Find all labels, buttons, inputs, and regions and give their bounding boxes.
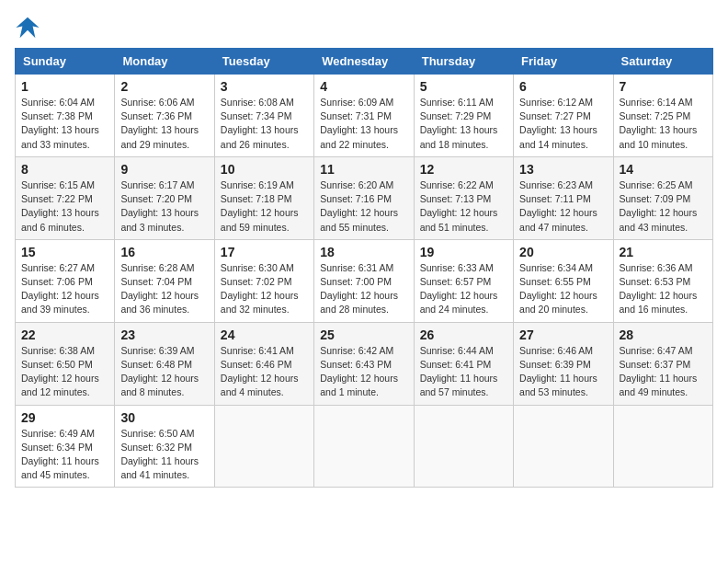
day-info: Sunrise: 6:06 AMSunset: 7:36 PMDaylight:…: [120, 97, 199, 150]
day-number: 16: [120, 245, 208, 259]
day-number: 6: [519, 79, 607, 94]
day-info: Sunrise: 6:14 AMSunset: 7:25 PMDaylight:…: [620, 97, 698, 150]
day-number: 23: [120, 327, 208, 342]
calendar-cell: 10 Sunrise: 6:19 AMSunset: 7:18 PMDaylig…: [214, 156, 313, 239]
calendar-cell: [214, 405, 313, 488]
day-info: Sunrise: 6:46 AMSunset: 6:39 PMDaylight:…: [519, 345, 597, 398]
day-info: Sunrise: 6:31 AMSunset: 7:00 PMDaylight:…: [320, 262, 398, 316]
calendar-cell: 25 Sunrise: 6:42 AMSunset: 6:43 PMDaylig…: [314, 322, 414, 405]
weekday-header-monday: Monday: [115, 49, 214, 75]
day-number: 28: [620, 327, 707, 342]
day-info: Sunrise: 6:44 AMSunset: 6:41 PMDaylight:…: [420, 345, 498, 398]
day-number: 17: [221, 245, 308, 259]
day-info: Sunrise: 6:28 AMSunset: 7:04 PMDaylight:…: [120, 262, 199, 316]
calendar-cell: 26 Sunrise: 6:44 AMSunset: 6:41 PMDaylig…: [414, 322, 513, 405]
day-info: Sunrise: 6:15 AMSunset: 7:22 PMDaylight:…: [21, 179, 99, 233]
calendar-cell: 7 Sunrise: 6:14 AMSunset: 7:25 PMDayligh…: [613, 75, 712, 157]
week-row-4: 22 Sunrise: 6:38 AMSunset: 6:50 PMDaylig…: [16, 322, 713, 405]
calendar-cell: 19 Sunrise: 6:33 AMSunset: 6:57 PMDaylig…: [414, 239, 513, 322]
day-number: 24: [221, 327, 308, 342]
day-number: 9: [120, 162, 208, 177]
day-info: Sunrise: 6:20 AMSunset: 7:16 PMDaylight:…: [320, 179, 398, 233]
day-info: Sunrise: 6:25 AMSunset: 7:09 PMDaylight:…: [620, 179, 698, 233]
day-number: 26: [420, 327, 507, 342]
calendar-cell: [514, 405, 613, 488]
day-number: 29: [21, 410, 108, 425]
week-row-1: 1 Sunrise: 6:04 AMSunset: 7:38 PMDayligh…: [16, 75, 713, 157]
page-header: [15, 15, 713, 40]
calendar-cell: [414, 405, 513, 488]
calendar-cell: 1 Sunrise: 6:04 AMSunset: 7:38 PMDayligh…: [16, 75, 115, 157]
calendar-cell: 17 Sunrise: 6:30 AMSunset: 7:02 PMDaylig…: [214, 239, 313, 322]
day-number: 5: [420, 79, 507, 94]
calendar-cell: 28 Sunrise: 6:47 AMSunset: 6:37 PMDaylig…: [613, 322, 712, 405]
day-number: 18: [320, 245, 407, 259]
day-number: 15: [21, 245, 108, 259]
calendar-cell: 4 Sunrise: 6:09 AMSunset: 7:31 PMDayligh…: [314, 75, 414, 157]
calendar-cell: 30 Sunrise: 6:50 AMSunset: 6:32 PMDaylig…: [115, 405, 214, 488]
calendar-cell: 11 Sunrise: 6:20 AMSunset: 7:16 PMDaylig…: [314, 156, 414, 239]
calendar-cell: 23 Sunrise: 6:39 AMSunset: 6:48 PMDaylig…: [115, 322, 214, 405]
calendar-cell: 20 Sunrise: 6:34 AMSunset: 6:55 PMDaylig…: [514, 239, 613, 322]
day-number: 25: [320, 327, 407, 342]
calendar-cell: 6 Sunrise: 6:12 AMSunset: 7:27 PMDayligh…: [514, 75, 613, 157]
day-info: Sunrise: 6:47 AMSunset: 6:37 PMDaylight:…: [620, 345, 698, 398]
calendar-cell: 12 Sunrise: 6:22 AMSunset: 7:13 PMDaylig…: [414, 156, 513, 239]
day-info: Sunrise: 6:23 AMSunset: 7:11 PMDaylight:…: [519, 179, 597, 233]
day-number: 7: [620, 79, 707, 94]
weekday-header-friday: Friday: [514, 49, 613, 75]
day-info: Sunrise: 6:34 AMSunset: 6:55 PMDaylight:…: [519, 262, 597, 316]
logo: [15, 15, 44, 40]
calendar-table: SundayMondayTuesdayWednesdayThursdayFrid…: [15, 48, 713, 488]
day-number: 19: [420, 245, 507, 259]
logo-bird-icon: [15, 15, 40, 40]
day-info: Sunrise: 6:50 AMSunset: 6:32 PMDaylight:…: [120, 428, 199, 481]
day-number: 20: [519, 245, 607, 259]
week-row-5: 29 Sunrise: 6:49 AMSunset: 6:34 PMDaylig…: [16, 405, 713, 488]
weekday-header-row: SundayMondayTuesdayWednesdayThursdayFrid…: [16, 49, 713, 75]
calendar-cell: 27 Sunrise: 6:46 AMSunset: 6:39 PMDaylig…: [514, 322, 613, 405]
day-info: Sunrise: 6:04 AMSunset: 7:38 PMDaylight:…: [21, 97, 99, 150]
week-row-2: 8 Sunrise: 6:15 AMSunset: 7:22 PMDayligh…: [16, 156, 713, 239]
day-info: Sunrise: 6:09 AMSunset: 7:31 PMDaylight:…: [320, 97, 398, 150]
calendar-cell: 22 Sunrise: 6:38 AMSunset: 6:50 PMDaylig…: [16, 322, 115, 405]
weekday-header-sunday: Sunday: [16, 49, 115, 75]
day-info: Sunrise: 6:12 AMSunset: 7:27 PMDaylight:…: [519, 97, 597, 150]
day-number: 1: [21, 79, 108, 94]
calendar-cell: 9 Sunrise: 6:17 AMSunset: 7:20 PMDayligh…: [115, 156, 214, 239]
day-info: Sunrise: 6:11 AMSunset: 7:29 PMDaylight:…: [420, 97, 498, 150]
svg-marker-0: [16, 17, 39, 38]
day-info: Sunrise: 6:08 AMSunset: 7:34 PMDaylight:…: [221, 97, 299, 150]
calendar-cell: 14 Sunrise: 6:25 AMSunset: 7:09 PMDaylig…: [613, 156, 712, 239]
calendar-cell: 24 Sunrise: 6:41 AMSunset: 6:46 PMDaylig…: [214, 322, 313, 405]
calendar-cell: 29 Sunrise: 6:49 AMSunset: 6:34 PMDaylig…: [16, 405, 115, 488]
day-number: 22: [21, 327, 108, 342]
day-info: Sunrise: 6:30 AMSunset: 7:02 PMDaylight:…: [221, 262, 299, 316]
calendar-cell: 18 Sunrise: 6:31 AMSunset: 7:00 PMDaylig…: [314, 239, 414, 322]
week-row-3: 15 Sunrise: 6:27 AMSunset: 7:06 PMDaylig…: [16, 239, 713, 322]
weekday-header-thursday: Thursday: [414, 49, 513, 75]
day-info: Sunrise: 6:33 AMSunset: 6:57 PMDaylight:…: [420, 262, 498, 316]
calendar-cell: 16 Sunrise: 6:28 AMSunset: 7:04 PMDaylig…: [115, 239, 214, 322]
day-number: 3: [221, 79, 308, 94]
day-info: Sunrise: 6:19 AMSunset: 7:18 PMDaylight:…: [221, 179, 299, 233]
day-number: 8: [21, 162, 108, 177]
day-number: 10: [221, 162, 308, 177]
calendar-cell: 8 Sunrise: 6:15 AMSunset: 7:22 PMDayligh…: [16, 156, 115, 239]
day-number: 2: [120, 79, 208, 94]
calendar-cell: 15 Sunrise: 6:27 AMSunset: 7:06 PMDaylig…: [16, 239, 115, 322]
day-info: Sunrise: 6:42 AMSunset: 6:43 PMDaylight:…: [320, 345, 398, 398]
day-info: Sunrise: 6:39 AMSunset: 6:48 PMDaylight:…: [120, 345, 199, 398]
day-info: Sunrise: 6:49 AMSunset: 6:34 PMDaylight:…: [21, 428, 99, 481]
day-number: 27: [519, 327, 607, 342]
day-info: Sunrise: 6:41 AMSunset: 6:46 PMDaylight:…: [221, 345, 299, 398]
day-info: Sunrise: 6:36 AMSunset: 6:53 PMDaylight:…: [620, 262, 698, 316]
weekday-header-wednesday: Wednesday: [314, 49, 414, 75]
day-number: 30: [120, 410, 208, 425]
day-number: 14: [620, 162, 707, 177]
calendar-cell: [314, 405, 414, 488]
day-number: 12: [420, 162, 507, 177]
calendar-cell: 2 Sunrise: 6:06 AMSunset: 7:36 PMDayligh…: [115, 75, 214, 157]
weekday-header-saturday: Saturday: [613, 49, 712, 75]
day-info: Sunrise: 6:17 AMSunset: 7:20 PMDaylight:…: [120, 179, 199, 233]
